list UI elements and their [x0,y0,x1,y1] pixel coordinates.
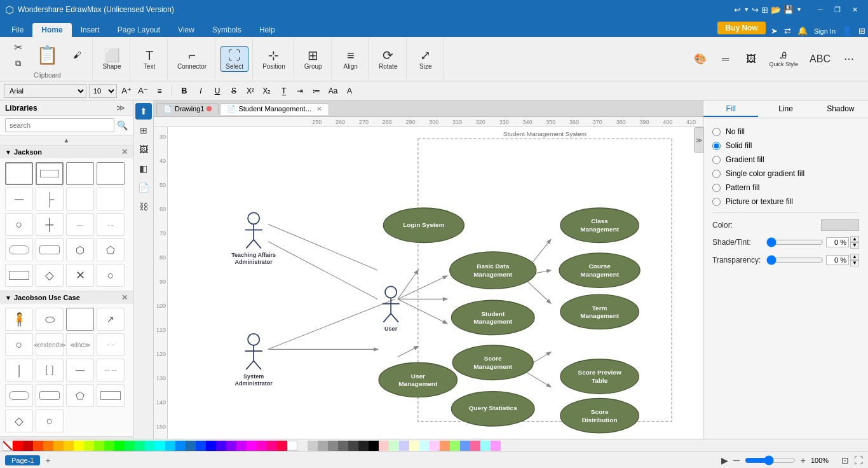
palette-color[interactable] [206,441,216,451]
lib-item[interactable] [66,162,94,185]
zoom-slider[interactable] [745,455,796,465]
palette-color[interactable] [226,441,236,451]
student-mgmt-close[interactable]: ✕ [316,105,322,113]
gradient-fill-option[interactable]: Gradient fill [712,153,859,167]
palette-color[interactable] [53,441,64,451]
color-swatch[interactable] [821,219,859,231]
jackson-section-header[interactable]: ▼ Jackson ✕ [0,146,133,158]
usecase-term-mgmt[interactable]: Term Management [560,294,639,329]
shade-slider[interactable] [766,237,824,247]
user-icon[interactable]: 👤 [842,26,852,36]
lib-item[interactable] [36,162,64,185]
apps-icon[interactable]: ⊞ [858,26,865,36]
lib-item[interactable]: ┼ [36,213,64,236]
palette-color[interactable] [379,441,389,451]
lib-item[interactable]: ○ [36,410,64,432]
open-btn[interactable]: 📂 [771,5,781,15]
lib-item[interactable] [97,162,125,185]
jackson-close-btn[interactable]: ✕ [121,148,128,156]
undo-btn[interactable]: ↩ [734,5,741,15]
borders-section-header[interactable]: ▼ Borders ✕ [0,437,133,439]
palette-color[interactable] [308,441,318,451]
solid-fill-option[interactable]: Solid fill [712,139,859,153]
usecase-score-mgmt[interactable]: Score Management [452,345,533,380]
lib-item[interactable]: - - [97,333,125,356]
lib-item[interactable]: --- [66,213,94,236]
palette-color[interactable] [277,441,287,451]
lib-item[interactable] [66,308,94,331]
page-tab-page1[interactable]: Page-1 [5,455,40,465]
lib-item[interactable] [36,238,64,261]
lib-item[interactable]: ≪inc≫ [66,333,94,356]
format-painter-btn[interactable]: 🖌 [65,48,88,62]
lib-item[interactable]: ⬠ [66,384,94,407]
palette-color[interactable] [196,441,206,451]
canvas-wrapper[interactable]: 30 40 50 60 70 80 90 100 110 120 130 140… [154,127,703,439]
lib-item[interactable]: -- -- [97,359,125,382]
cut-btn[interactable]: ✂ [6,39,29,55]
send-icon[interactable]: ➤ [771,26,778,36]
palette-color[interactable] [186,441,196,451]
palette-color[interactable] [389,441,399,451]
lib-item[interactable]: [ ] [36,359,64,382]
palette-color[interactable] [64,441,74,451]
select-btn[interactable]: ⛶ Select [220,46,248,72]
redo-btn[interactable]: ↪ [752,5,759,15]
scroll-up-btn[interactable]: ▲ [0,135,133,146]
lib-item[interactable] [36,384,64,407]
copy-btn[interactable]: ⧉ [6,57,29,71]
lib-item[interactable]: ○ [5,333,33,356]
palette-color[interactable] [43,441,53,451]
save-btn[interactable]: 💾 [783,5,794,15]
palette-color[interactable] [165,441,175,451]
superscript-btn[interactable]: X² [243,84,257,98]
palette-color[interactable] [318,441,328,451]
rotate-btn[interactable]: ⟳ Rotate [374,46,402,72]
palette-color[interactable] [33,441,43,451]
add-page-btn[interactable]: + [45,455,50,465]
palette-color[interactable] [155,441,165,451]
zoom-in-btn[interactable]: + [801,455,806,465]
tab-fill[interactable]: Fill [703,102,758,117]
palette-color[interactable] [287,441,297,451]
new-btn[interactable]: ⊞ [761,5,768,15]
lib-item[interactable] [5,264,33,287]
subscript-btn[interactable]: X₂ [260,84,274,98]
palette-color[interactable] [450,441,460,451]
minimize-btn[interactable]: ─ [812,3,829,16]
palette-color[interactable] [328,441,338,451]
shade-up-btn[interactable]: ▲ [850,236,859,242]
actor-system-admin[interactable]: System Administrator [234,334,273,387]
more-dropdown[interactable]: ▼ [796,6,802,13]
shape-btn[interactable]: ⬜ Shape [98,46,126,72]
usecase-login-system[interactable]: Login System [383,208,464,242]
close-btn[interactable]: ✕ [846,3,863,16]
palette-color[interactable] [470,441,480,451]
palette-color[interactable] [94,441,104,451]
font-family-select[interactable]: Arial [4,84,86,98]
lib-item[interactable]: ⬡ [66,238,94,261]
picture-texture-option[interactable]: Picture or texture fill [712,195,859,209]
notification-icon[interactable]: 🔔 [797,26,808,36]
tab-help[interactable]: Help [250,23,284,37]
usecase-class-mgmt[interactable]: Class Management [560,208,639,242]
doc-tab-drawing1[interactable]: 📄 Drawing1 [156,103,219,114]
transparency-up-btn[interactable]: ▲ [850,254,859,260]
palette-color[interactable] [480,441,491,451]
tab-symbols[interactable]: Symbols [203,23,250,37]
usecase-user-mgmt[interactable]: User Management [379,362,457,397]
fit-page-btn[interactable]: ⊡ [841,455,849,465]
jacobson-section-header[interactable]: ▼ Jacobson Use Case ✕ [0,291,133,304]
lib-item[interactable]: - - [97,213,125,236]
palette-color[interactable] [145,441,155,451]
tab-home[interactable]: Home [32,23,71,37]
palette-color[interactable] [84,441,94,451]
text-case-btn[interactable]: Aa [326,84,340,98]
palette-color[interactable] [216,441,226,451]
buy-now-btn[interactable]: Buy Now [717,22,765,34]
palette-color[interactable] [399,441,409,451]
search-input[interactable] [5,118,114,132]
palette-color[interactable] [409,441,419,451]
lib-item[interactable]: ⬠ [97,238,125,261]
transparency-down-btn[interactable]: ▼ [850,260,859,266]
